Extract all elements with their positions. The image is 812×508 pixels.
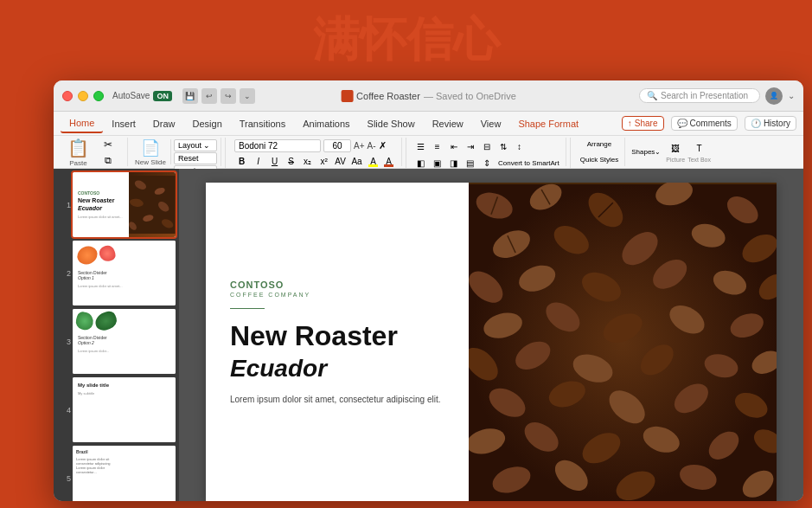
indent-decrease-button[interactable]: ⇤ — [446, 139, 461, 154]
font-color-button[interactable]: A — [381, 154, 396, 169]
font-size-decrease[interactable]: A- — [368, 141, 376, 151]
history-button[interactable]: 🕐 History — [745, 116, 796, 131]
tab-animations[interactable]: Animations — [294, 115, 358, 132]
superscript-button[interactable]: x² — [316, 154, 331, 169]
font-name-input[interactable] — [234, 139, 321, 152]
reset-button[interactable]: Reset — [174, 152, 217, 164]
main-slide-canvas[interactable]: CONTOSO COFFEE COMPANY New Roaster Ecuad… — [206, 183, 777, 501]
tab-draw[interactable]: Draw — [144, 115, 184, 132]
dropdown-icon[interactable]: ⌄ — [788, 91, 795, 100]
slide-panel: 1 CONTOSO New Roaster Ecuador Lorem ipsu… — [54, 169, 179, 501]
slide-main-italic: Ecuador — [230, 355, 444, 383]
paragraph-group: ☰ ≡ ⇤ ⇥ ⊟ ⇅ ↕ ◧ ▣ ◨ ▤ ⇕ Convert to Smart… — [410, 138, 566, 166]
columns-button[interactable]: ⊟ — [479, 139, 494, 154]
ribbon-right-buttons: ↑ Share 💬 Comments 🕐 History — [622, 116, 796, 131]
minimize-button[interactable] — [78, 91, 88, 101]
quick-styles-button[interactable]: Quick Styles — [578, 152, 621, 167]
paste-group: 📋 Paste ✂ ⧉ — [57, 138, 128, 166]
font-size-input[interactable] — [323, 139, 351, 152]
drawing-group: Arrange Quick Styles — [574, 138, 625, 166]
slide-thumb-4-inner: My slide title My subtitle — [73, 377, 176, 442]
tab-slideshow[interactable]: Slide Show — [359, 115, 424, 132]
slide-divider — [230, 308, 265, 309]
close-button[interactable] — [62, 91, 73, 101]
numbered-list-button[interactable]: ≡ — [430, 139, 444, 154]
textbox-sub: T Text Box — [687, 141, 711, 163]
slide-4-number: 4 — [57, 406, 71, 415]
bold-button[interactable]: B — [234, 154, 249, 169]
maximize-button[interactable] — [93, 91, 104, 101]
thumb1-body: Lorem ipsum dolor sit amet... — [78, 215, 124, 219]
slide-thumb-2[interactable]: Section DividerOption 1 Lorem ipsum dolo… — [73, 241, 176, 305]
search-placeholder: Search in Presentation — [661, 91, 748, 100]
strikethrough-button[interactable]: S — [284, 154, 298, 169]
underline-button[interactable]: U — [267, 154, 282, 169]
thumb1-brand: CONTOSO — [78, 190, 124, 196]
line-spacing-button[interactable]: ↕ — [512, 139, 527, 154]
bullet-list-button[interactable]: ☰ — [413, 139, 428, 154]
tab-home[interactable]: Home — [61, 114, 103, 133]
thumb1-right-image — [129, 172, 176, 237]
search-box[interactable]: 🔍 Search in Presentation — [639, 88, 760, 103]
redo-icon[interactable]: ↪ — [221, 88, 236, 104]
textbox-button[interactable]: T — [692, 141, 707, 156]
slide-thumb-1[interactable]: CONTOSO New Roaster Ecuador Lorem ipsum … — [73, 172, 176, 237]
tab-review[interactable]: Review — [424, 115, 472, 132]
new-slide-icon: 📄 — [141, 138, 160, 158]
slide-thumb-1-inner: CONTOSO New Roaster Ecuador Lorem ipsum … — [73, 172, 176, 237]
tab-view[interactable]: View — [472, 115, 510, 132]
slide-3-wrapper: 3 Section DividerOption 2 Lorem ipsum do… — [57, 309, 176, 374]
picture-button[interactable]: 🖼 — [668, 141, 683, 156]
slide-body-text: Lorem ipsum dolor sit amet, consectetur … — [230, 393, 444, 406]
indent-increase-button[interactable]: ⇥ — [463, 139, 477, 154]
slide-thumb-5[interactable]: Brazil Lorem ipsum dolor sitconsectetur … — [73, 446, 176, 501]
slide-2-blobs — [76, 244, 172, 267]
paste-icon: 📋 — [67, 138, 89, 158]
textbox-label: Text Box — [687, 157, 711, 163]
share-button[interactable]: ↑ Share — [622, 116, 664, 131]
slide-1-number: 1 — [57, 201, 71, 209]
comments-button[interactable]: 💬 Comments — [671, 116, 738, 131]
paste-label: Paste — [69, 159, 86, 167]
slide-brand: CONTOSO — [230, 280, 444, 290]
new-slide-button[interactable]: 📄 New Slide — [131, 139, 169, 164]
slide-2-text: Section DividerOption 1 — [76, 268, 172, 282]
tab-shape-format[interactable]: Shape Format — [509, 115, 587, 132]
font-size-increase[interactable]: A+ — [354, 141, 365, 151]
blob-red — [98, 244, 117, 263]
comments-icon: 💬 — [677, 119, 687, 128]
thumb1-left: CONTOSO New Roaster Ecuador Lorem ipsum … — [73, 172, 129, 237]
text-direction-button[interactable]: ⇅ — [496, 139, 510, 154]
paste-button[interactable]: 📋 Paste — [64, 136, 93, 169]
slide-5-number: 5 — [57, 474, 71, 483]
blob-green-1 — [74, 311, 95, 331]
ribbon-tools-top: 📋 Paste ✂ ⧉ 📄 New Slide Layout ⌄ Reset — [54, 136, 803, 169]
tab-insert[interactable]: Insert — [103, 115, 144, 132]
text-spacing-button[interactable]: AV — [333, 154, 348, 169]
save-icon[interactable]: 💾 — [182, 88, 198, 104]
slide-thumb-4[interactable]: My slide title My subtitle — [73, 377, 176, 442]
slide-thumb-3[interactable]: Section DividerOption 2 Lorem ipsum dolo… — [73, 309, 176, 374]
subscript-button[interactable]: x₂ — [300, 154, 315, 169]
clear-format-icon[interactable]: ✗ — [379, 140, 387, 151]
layout-button[interactable]: Layout ⌄ — [174, 139, 217, 151]
copy-button[interactable]: ⧉ — [96, 153, 120, 168]
cut-button[interactable]: ✂ — [96, 137, 120, 152]
undo-icon[interactable]: ↩ — [201, 88, 217, 104]
autosave-toggle[interactable]: ON — [153, 91, 172, 101]
paste-sub: ✂ ⧉ — [96, 137, 120, 168]
case-button[interactable]: Aa — [349, 154, 364, 169]
italic-button[interactable]: I — [251, 154, 265, 169]
slide-options: Layout ⌄ Reset Section ⌄ — [170, 139, 217, 164]
tab-design[interactable]: Design — [184, 115, 231, 132]
arrange-button[interactable]: Arrange — [578, 137, 621, 151]
app-window: AutoSave ON 💾 ↩ ↪ ⌄ Coffee Roaster — Sav… — [54, 80, 803, 501]
highlight-button[interactable]: A — [366, 154, 380, 169]
more-icon[interactable]: ⌄ — [240, 88, 255, 104]
shape-format-group: Shapes ⌄ 🖼 Picture T Text Box — [625, 138, 714, 166]
user-avatar[interactable]: 👤 — [765, 87, 783, 105]
thumb1-beans-svg — [129, 172, 176, 237]
layout-label: Layout — [178, 141, 201, 150]
shapes-button[interactable]: Shapes ⌄ — [629, 145, 663, 159]
tab-transitions[interactable]: Transitions — [231, 115, 294, 132]
